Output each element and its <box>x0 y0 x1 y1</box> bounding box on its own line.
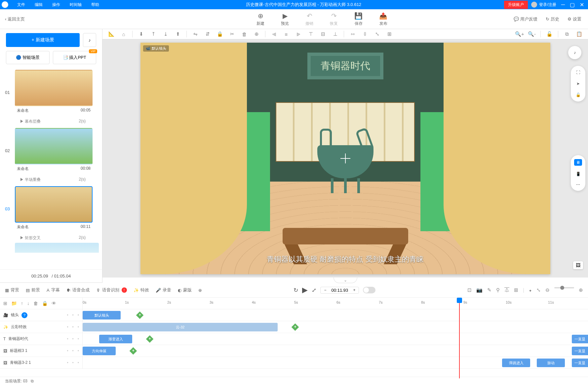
down-icon[interactable]: ↓ <box>27 301 29 306</box>
tab-tts[interactable]: 🗣 语音合成 <box>66 287 90 293</box>
track-dot[interactable]: • <box>72 313 74 318</box>
preview-button[interactable]: ▶预览 <box>281 12 289 26</box>
timeline-clip[interactable]: 脉动 <box>537 359 565 367</box>
track-label[interactable]: 🖼青铜器3-2 1••• <box>0 357 83 368</box>
collapse-timeline-button[interactable]: ⌄ <box>102 278 588 283</box>
lock-track-icon[interactable]: 🔒 <box>42 301 48 306</box>
canvas-stage[interactable]: 青铜器时代 青铜器以其质硬 耐磨损的特点 受到奴隶主的青睐 📹 默认镜头 <box>140 43 550 274</box>
snapshot-icon[interactable]: 📷 <box>476 287 483 293</box>
float-image-badge-icon[interactable]: 🖼 <box>573 261 583 269</box>
tab-mask[interactable]: ◐ 蒙版 <box>178 287 192 293</box>
fit-timeline-icon[interactable]: ⊡ <box>467 287 472 293</box>
track-dot[interactable]: • <box>67 349 68 353</box>
track-dot[interactable]: • <box>72 361 74 365</box>
upload-icon[interactable]: ⬆ <box>172 29 183 39</box>
download-icon[interactable]: ⬇ <box>136 29 147 39</box>
folder-icon[interactable]: 📁 <box>11 301 17 306</box>
timeline-clip[interactable]: 云-32 <box>83 323 278 331</box>
scene-item-2[interactable]: 02 未命名00:08 <box>3 126 99 175</box>
edit-timeline-icon[interactable]: ✎ <box>487 287 491 293</box>
menu-help[interactable]: 帮助 <box>87 2 103 8</box>
track-dot[interactable]: • <box>78 313 79 318</box>
close-button[interactable]: ✕ <box>580 2 584 8</box>
timecode-input[interactable] <box>329 288 350 293</box>
menu-edit[interactable]: 编辑 <box>31 2 47 8</box>
menu-file[interactable]: 文件 <box>13 2 29 8</box>
play-button[interactable]: ▶ <box>302 286 308 294</box>
pointer-icon[interactable]: ➤ <box>575 80 581 87</box>
settings-button[interactable]: ⚙ 设置 <box>568 16 581 22</box>
track-dot[interactable]: • <box>78 349 79 353</box>
unlock2-icon[interactable]: 🔓 <box>575 92 581 98</box>
timeline-clip[interactable]: 方向伸展 <box>83 347 116 355</box>
track-label[interactable]: 🖼标题框3 1••• <box>0 345 83 357</box>
scene-transition-3[interactable]: 矩形交叉2(s) <box>3 233 99 243</box>
track-dot[interactable]: • <box>72 325 74 329</box>
visibility-icon[interactable]: 👁 <box>52 301 56 306</box>
tab-record[interactable]: 🎤 录音 <box>156 287 171 293</box>
playback-toggle[interactable] <box>363 287 375 293</box>
scene-item-3[interactable]: 03 未命名00:11 <box>3 185 99 233</box>
save-button[interactable]: 💾保存 <box>354 12 363 26</box>
back-home-button[interactable]: ‹ 返回主页 <box>5 16 25 22</box>
flip-v-icon[interactable]: ⇵ <box>202 29 213 39</box>
unlock-icon[interactable]: 🔓 <box>544 29 555 39</box>
history-button[interactable]: ↻ 历史 <box>546 16 559 22</box>
track-dot[interactable]: • <box>67 337 68 341</box>
track-dot[interactable]: • <box>67 325 68 329</box>
add-track-icon[interactable]: ⊞ <box>3 301 7 306</box>
up-icon[interactable]: ↑ <box>21 301 23 306</box>
timeline-clip[interactable]: 默认镜头 <box>83 311 121 320</box>
minimize-button[interactable]: ─ <box>561 2 565 8</box>
trash-icon[interactable]: 🗑 <box>33 301 38 306</box>
login-button[interactable]: 登录/注册 <box>539 2 556 8</box>
spacing-icon[interactable]: ⤡ <box>372 29 383 39</box>
track-dot[interactable]: • <box>72 337 74 341</box>
camera-frame-icon[interactable]: ⛶ <box>575 69 581 76</box>
align-bottom-icon[interactable]: ⤓ <box>160 29 171 39</box>
target-icon[interactable]: ⊕ <box>251 29 262 39</box>
scene-item-1[interactable]: 01 未命名00:05 <box>3 68 99 117</box>
scene-transition-1[interactable]: 幕布层叠2(s) <box>3 117 99 126</box>
float-music-icon[interactable]: ♪ <box>568 46 581 59</box>
align-center-icon[interactable]: ≡ <box>281 29 292 39</box>
scene-transition-2[interactable]: 半场重叠2(s) <box>3 175 99 185</box>
menu-action[interactable]: 操作 <box>48 2 64 8</box>
scale-icon[interactable]: ⤡ <box>536 287 541 293</box>
tab-fx[interactable]: ✨ 特效 <box>134 287 149 293</box>
track-label[interactable]: 🎥镜头?••• <box>0 309 83 321</box>
mobile-icon[interactable]: 📱 <box>576 172 581 176</box>
new-scene-button[interactable]: + 新建场景 <box>6 33 80 47</box>
track-dot[interactable]: • <box>72 349 74 353</box>
undo-button[interactable]: ↶撤销 <box>305 12 313 26</box>
zoom-slider[interactable] <box>554 287 574 288</box>
menu-timeline[interactable]: 时间轴 <box>66 2 86 8</box>
music-button[interactable]: ♪ <box>83 33 96 47</box>
expand-button[interactable]: ⤢ <box>312 287 316 294</box>
valign-top-icon[interactable]: ⊤ <box>305 29 316 39</box>
valign-bot-icon[interactable]: ⊥ <box>330 29 341 39</box>
redo-button[interactable]: ↷恢复 <box>330 12 338 26</box>
ruler-tool-icon[interactable]: 📐 <box>106 29 117 39</box>
align-left-icon[interactable]: ⫷ <box>268 29 280 39</box>
align-top-icon[interactable]: ⤒ <box>148 29 159 39</box>
valign-mid-icon[interactable]: ⊟ <box>317 29 329 39</box>
feedback-button[interactable]: 💬 用户反馈 <box>514 16 537 22</box>
time-ruler[interactable]: 0s1s2s3s4s5s6s7s8s9s10s11s <box>83 298 588 309</box>
publish-button[interactable]: 📤发布 <box>379 12 387 26</box>
keyframe-icon[interactable]: ⬥ <box>529 287 532 293</box>
new-button[interactable]: ⊕新建 <box>256 12 264 26</box>
track-dot[interactable]: • <box>78 337 79 341</box>
track-label[interactable]: ✨云彩特效••• <box>0 321 83 333</box>
help-icon[interactable]: ? <box>21 312 27 318</box>
flip-h-icon[interactable]: ⇋ <box>190 29 201 39</box>
paste-icon[interactable]: 📋 <box>573 29 585 39</box>
distribute-v-icon[interactable]: ⇳ <box>359 29 371 39</box>
upgrade-button[interactable]: 升级账户 <box>504 1 528 9</box>
track-dot[interactable]: • <box>78 325 79 329</box>
clip-end-tag[interactable]: 一直显 <box>572 347 588 355</box>
clip-end-tag[interactable]: 一直显 <box>572 359 588 367</box>
add-keyframe-button[interactable] <box>146 335 154 343</box>
rewind-button[interactable]: ↻ <box>294 287 298 294</box>
crop-icon[interactable]: ✂ <box>226 29 238 39</box>
